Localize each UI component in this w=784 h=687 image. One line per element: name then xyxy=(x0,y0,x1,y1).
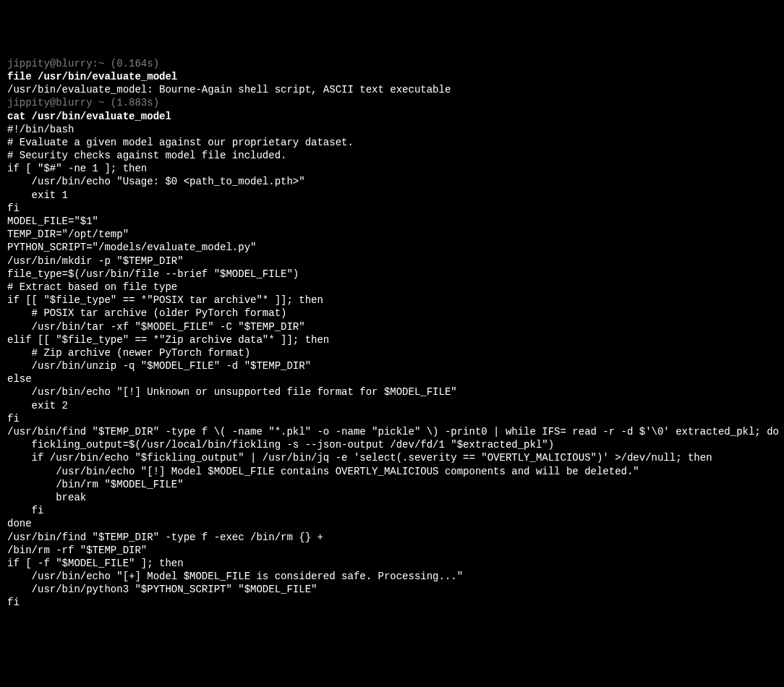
output-line: /usr/bin/tar -xf "$MODEL_FILE" -C "$TEMP… xyxy=(7,320,777,333)
output-line: /bin/rm "$MODEL_FILE" xyxy=(7,478,777,491)
output-line: TEMP_DIR="/opt/temp" xyxy=(7,228,777,241)
output-line: else xyxy=(7,372,777,385)
output-line: /bin/rm -rf "$TEMP_DIR" xyxy=(7,544,777,557)
output-line: file_type=$(/usr/bin/file --brief "$MODE… xyxy=(7,268,777,281)
output-line: /usr/bin/echo "[!] Model $MODEL_FILE con… xyxy=(7,465,777,478)
output-line: exit 1 xyxy=(7,189,777,202)
output-line: elif [[ "$file_type" == *"Zip archive da… xyxy=(7,333,777,346)
terminal-output: jippity@blurry:~ (0.164s)file /usr/bin/e… xyxy=(7,57,777,610)
shell-prompt: jippity@blurry ~ (1.883s) xyxy=(7,96,777,109)
output-line: PYTHON_SCRIPT="/models/evaluate_model.py… xyxy=(7,241,777,254)
output-line: /usr/bin/echo "[+] Model $MODEL_FILE is … xyxy=(7,570,777,583)
output-line: break xyxy=(7,491,777,504)
output-line: /usr/bin/find "$TEMP_DIR" -type f -exec … xyxy=(7,531,777,544)
shell-command[interactable]: cat /usr/bin/evaluate_model xyxy=(7,110,777,123)
output-line: fi xyxy=(7,202,777,215)
output-line: #!/bin/bash xyxy=(7,123,777,136)
output-line: # Security checks against model file inc… xyxy=(7,149,777,162)
output-line: done xyxy=(7,517,777,530)
output-line: /usr/bin/echo "[!] Unknown or unsupporte… xyxy=(7,385,777,398)
output-line: if [[ "$file_type" == *"POSIX tar archiv… xyxy=(7,294,777,307)
output-line: fickling_output=$(/usr/local/bin/ficklin… xyxy=(7,438,777,451)
output-line: /usr/bin/echo "Usage: $0 <path_to_model.… xyxy=(7,175,777,188)
output-line: fi xyxy=(7,596,777,609)
output-line: # Zip archive (newer PyTorch format) xyxy=(7,346,777,359)
output-line: fi xyxy=(7,412,777,425)
output-line: fi xyxy=(7,504,777,517)
output-line: if [ "$#" -ne 1 ]; then xyxy=(7,162,777,175)
output-line: # Extract based on file type xyxy=(7,281,777,294)
terminal-block: jippity@blurry ~ (1.883s)cat /usr/bin/ev… xyxy=(7,96,777,609)
terminal-block: jippity@blurry:~ (0.164s)file /usr/bin/e… xyxy=(7,57,777,97)
shell-command[interactable]: file /usr/bin/evaluate_model xyxy=(7,70,777,83)
output-line: /usr/bin/mkdir -p "$TEMP_DIR" xyxy=(7,255,777,268)
output-line: /usr/bin/unzip -q "$MODEL_FILE" -d "$TEM… xyxy=(7,359,777,372)
output-line: if [ -f "$MODEL_FILE" ]; then xyxy=(7,557,777,570)
output-line: if /usr/bin/echo "$fickling_output" | /u… xyxy=(7,451,777,464)
output-line: /usr/bin/find "$TEMP_DIR" -type f \( -na… xyxy=(7,425,777,438)
output-line: # Evaluate a given model against our pro… xyxy=(7,136,777,149)
output-line: /usr/bin/evaluate_model: Bourne-Again sh… xyxy=(7,83,777,96)
shell-prompt: jippity@blurry:~ (0.164s) xyxy=(7,57,777,70)
output-line: exit 2 xyxy=(7,399,777,412)
output-line: MODEL_FILE="$1" xyxy=(7,215,777,228)
output-line: /usr/bin/python3 "$PYTHON_SCRIPT" "$MODE… xyxy=(7,583,777,596)
output-line: # POSIX tar archive (older PyTorch forma… xyxy=(7,307,777,320)
